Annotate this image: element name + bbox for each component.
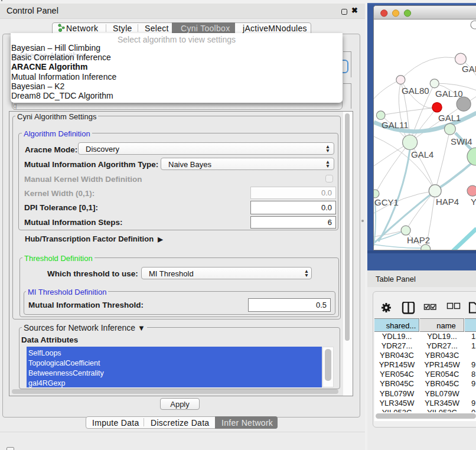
svg-text:HAP4: HAP4 <box>436 197 459 207</box>
svg-text:GAL1: GAL1 <box>438 113 461 123</box>
svg-text:Y: Y <box>471 197 476 207</box>
svg-text:GCY1: GCY1 <box>374 197 399 207</box>
svg-text:GAL80: GAL80 <box>402 86 429 96</box>
svg-text:GAL: GAL <box>462 64 476 74</box>
svg-text:SWI4: SWI4 <box>451 136 472 146</box>
svg-text:GAL11: GAL11 <box>382 120 409 130</box>
svg-text:HAP2: HAP2 <box>407 235 430 245</box>
svg-text:GAL10: GAL10 <box>435 89 463 99</box>
svg-text:GAL4: GAL4 <box>411 149 433 159</box>
